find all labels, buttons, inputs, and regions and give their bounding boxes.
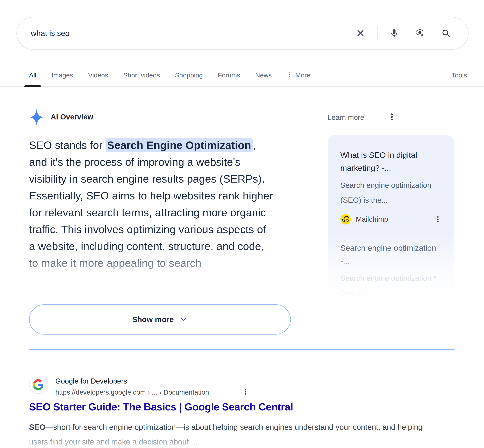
source-card-title[interactable]: Search engine optimization -...	[340, 242, 441, 268]
result-snippet: SEO—short for search engine optimization…	[29, 420, 430, 448]
ai-overview-title: AI Overview	[51, 113, 93, 121]
more-vertical-icon	[242, 394, 249, 397]
mic-icon	[389, 28, 415, 38]
tab-more-label: More	[295, 72, 310, 79]
search-bar-actions	[356, 26, 450, 40]
tab-forums[interactable]: Forums	[218, 64, 240, 86]
lens-search-button[interactable]	[415, 28, 441, 39]
tab-news[interactable]: News	[255, 64, 272, 86]
more-vertical-icon	[287, 72, 293, 79]
result-menu-button[interactable]	[242, 388, 249, 397]
source-card-title[interactable]: What is SEO in digital marketing? -...	[340, 149, 441, 175]
tab-forums-label: Forums	[218, 72, 240, 79]
google-favicon	[29, 376, 47, 394]
tab-tools-label: Tools	[452, 72, 467, 79]
search-bar-divider	[377, 26, 378, 40]
ai-answer-text: SEO stands for Search Engine Optimizatio…	[29, 137, 273, 272]
search-input[interactable]: what is seo	[31, 29, 356, 38]
tab-tools[interactable]: Tools	[452, 64, 467, 86]
search-submit-button[interactable]	[441, 29, 450, 38]
show-more-button[interactable]: Show more	[29, 304, 291, 335]
tab-images[interactable]: Images	[51, 64, 73, 86]
results-tab-bar: All Images Videos Short videos Shopping …	[0, 64, 484, 87]
learn-more-link[interactable]: Learn more	[328, 113, 364, 122]
source-card-attribution: Mailchimp	[340, 214, 441, 224]
tab-news-label: News	[255, 72, 272, 79]
sparkle-icon	[30, 109, 44, 126]
source-card-snippet: Search engine optimization (SEO) is the.…	[340, 178, 441, 208]
tab-all-label: All	[29, 72, 36, 79]
ai-overview-menu-button[interactable]	[388, 112, 396, 123]
tab-videos-label: Videos	[88, 72, 108, 79]
source-card-divider	[340, 233, 441, 233]
source-card-source-name[interactable]: Mailchimp	[356, 215, 388, 224]
chevron-down-icon	[179, 314, 188, 325]
more-vertical-icon	[388, 112, 396, 123]
result-url-breadcrumb[interactable]: https://developers.google.com › ... › Do…	[55, 388, 209, 396]
source-card-menu-button[interactable]	[435, 215, 441, 224]
tab-videos[interactable]: Videos	[88, 64, 108, 86]
mailchimp-favicon	[340, 214, 351, 224]
tab-all[interactable]: All	[29, 64, 36, 86]
section-divider	[29, 349, 455, 350]
ai-answer-highlight[interactable]: Search Engine Optimization	[105, 138, 253, 152]
tab-more[interactable]: More	[287, 64, 310, 86]
search-bar[interactable]: what is seo	[16, 17, 468, 49]
show-more-label: Show more	[132, 315, 174, 324]
clear-search-button[interactable]	[356, 28, 365, 38]
ai-answer-before: SEO stands for	[29, 139, 105, 151]
tab-shopping[interactable]: Shopping	[175, 64, 203, 86]
close-icon	[356, 28, 365, 38]
source-card-snippet: Search engine optimization * Search...	[340, 271, 441, 299]
tab-short-videos-label: Short videos	[123, 72, 160, 79]
result-snippet-bold: SEO	[29, 423, 45, 431]
tab-images-label: Images	[51, 72, 73, 79]
tab-short-videos[interactable]: Short videos	[123, 64, 160, 86]
result-site-name[interactable]: Google for Developers	[55, 377, 127, 385]
lens-icon	[415, 28, 441, 39]
ai-answer-after: , and it's the process of improving a we…	[29, 139, 273, 269]
search-icon	[441, 29, 450, 38]
tab-shopping-label: Shopping	[175, 72, 203, 79]
result-snippet-rest: —short for search engine optimization—is…	[29, 423, 422, 446]
voice-search-button[interactable]	[389, 28, 415, 38]
more-vertical-icon	[435, 221, 441, 224]
result-title-link[interactable]: SEO Starter Guide: The Basics | Google S…	[29, 401, 293, 413]
ai-overview-source-cards: What is SEO in digital marketing? -... S…	[328, 135, 454, 299]
